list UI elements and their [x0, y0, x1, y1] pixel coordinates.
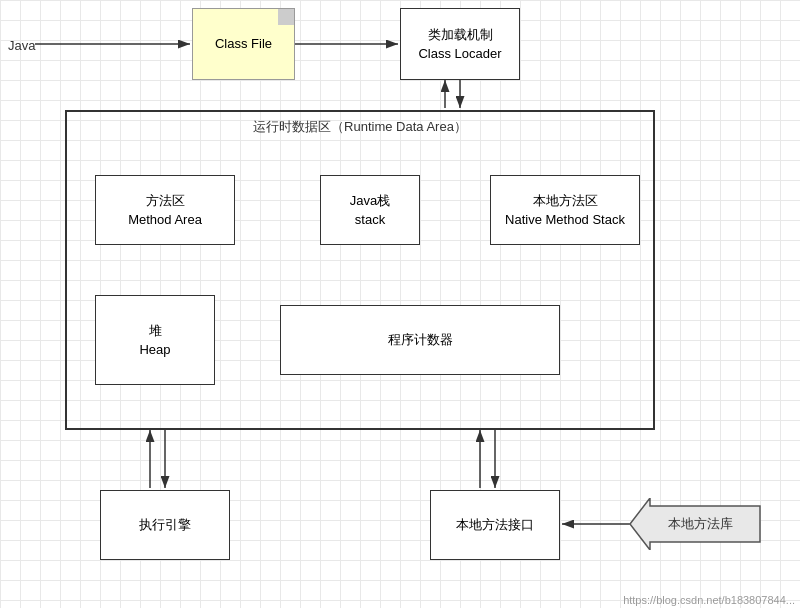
- java-stack-line1: Java栈: [350, 191, 390, 211]
- program-counter-label: 程序计数器: [388, 330, 453, 350]
- native-method-stack-box: 本地方法区 Native Method Stack: [490, 175, 640, 245]
- class-file-label: Class File: [215, 34, 272, 54]
- class-file-box: Class File: [192, 8, 295, 80]
- program-counter-box: 程序计数器: [280, 305, 560, 375]
- runtime-label: 运行时数据区（Runtime Data Area）: [65, 118, 655, 136]
- native-lib-text: 本地方法库: [668, 516, 733, 531]
- native-interface-label: 本地方法接口: [456, 515, 534, 535]
- method-area-box: 方法区 Method Area: [95, 175, 235, 245]
- class-loader-box: 类加载机制 Class Locader: [400, 8, 520, 80]
- java-label: Java: [8, 38, 35, 53]
- java-stack-box: Java栈 stack: [320, 175, 420, 245]
- native-method-stack-line2: Native Method Stack: [505, 210, 625, 230]
- exec-engine-label: 执行引擎: [139, 515, 191, 535]
- heap-line1: 堆: [149, 321, 162, 341]
- heap-line2: Heap: [139, 340, 170, 360]
- watermark: https://blog.csdn.net/b183807844...: [623, 594, 795, 606]
- class-loader-line1: 类加载机制: [428, 25, 493, 45]
- native-lib-container: 本地方法库: [630, 498, 770, 554]
- native-lib-shape: 本地方法库: [630, 498, 770, 550]
- method-area-line2: Method Area: [128, 210, 202, 230]
- method-area-line1: 方法区: [146, 191, 185, 211]
- diagram-container: Java Class File 类加载机制 Class Locader 运行时数…: [0, 0, 800, 608]
- java-stack-line2: stack: [355, 210, 385, 230]
- native-interface-box: 本地方法接口: [430, 490, 560, 560]
- heap-box: 堆 Heap: [95, 295, 215, 385]
- native-method-stack-line1: 本地方法区: [533, 191, 598, 211]
- class-loader-line2: Class Locader: [418, 44, 501, 64]
- exec-engine-box: 执行引擎: [100, 490, 230, 560]
